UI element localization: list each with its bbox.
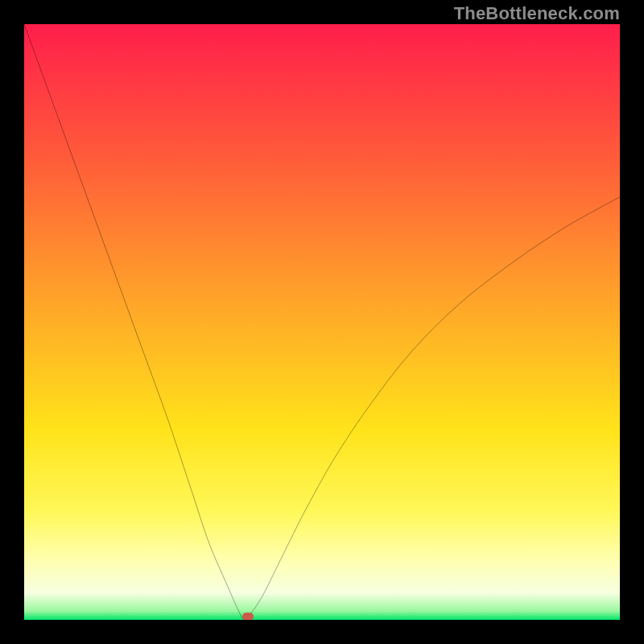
bottleneck-curve (24, 24, 620, 620)
watermark-text: TheBottleneck.com (454, 3, 620, 24)
chart-frame: TheBottleneck.com (0, 0, 644, 644)
optimal-marker (242, 613, 254, 620)
plot-area (24, 24, 620, 620)
